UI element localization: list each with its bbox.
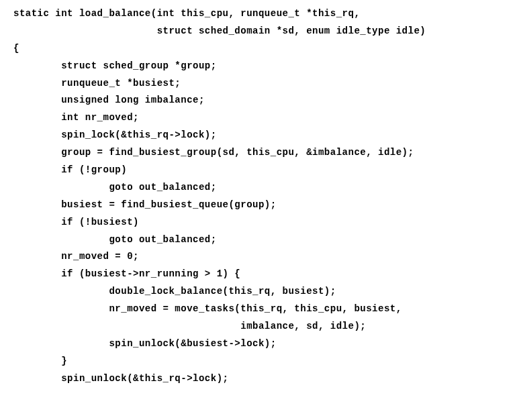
code-line: nr_moved = 0; [13, 248, 500, 266]
code-line: { [13, 40, 500, 58]
code-block: static int load_balance(int this_cpu, ru… [13, 5, 500, 388]
code-line: if (!group) [13, 162, 500, 179]
code-line: busiest = find_busiest_queue(group); [13, 197, 500, 214]
code-line: struct sched_domain *sd, enum idle_type … [13, 23, 500, 40]
code-line: nr_moved = move_tasks(this_rq, this_cpu,… [13, 301, 500, 318]
code-line: runqueue_t *busiest; [13, 75, 500, 93]
code-line: int nr_moved; [13, 109, 500, 127]
code-line: if (busiest->nr_running > 1) { [13, 266, 500, 283]
code-line: struct sched_group *group; [13, 58, 500, 75]
code-line: spin_unlock(&busiest->lock); [13, 335, 500, 353]
code-line: group = find_busiest_group(sd, this_cpu,… [13, 144, 500, 162]
code-line: double_lock_balance(this_rq, busiest); [13, 283, 500, 301]
code-line: } [13, 353, 500, 370]
code-line: spin_lock(&this_rq->lock); [13, 127, 500, 144]
code-line: goto out_balanced; [13, 231, 500, 249]
code-line: static int load_balance(int this_cpu, ru… [13, 5, 500, 23]
code-line: spin_unlock(&this_rq->lock); [13, 370, 500, 388]
code-line: goto out_balanced; [13, 179, 500, 197]
code-line: unsigned long imbalance; [13, 92, 500, 109]
code-line: if (!busiest) [13, 214, 500, 231]
code-line: imbalance, sd, idle); [13, 318, 500, 335]
